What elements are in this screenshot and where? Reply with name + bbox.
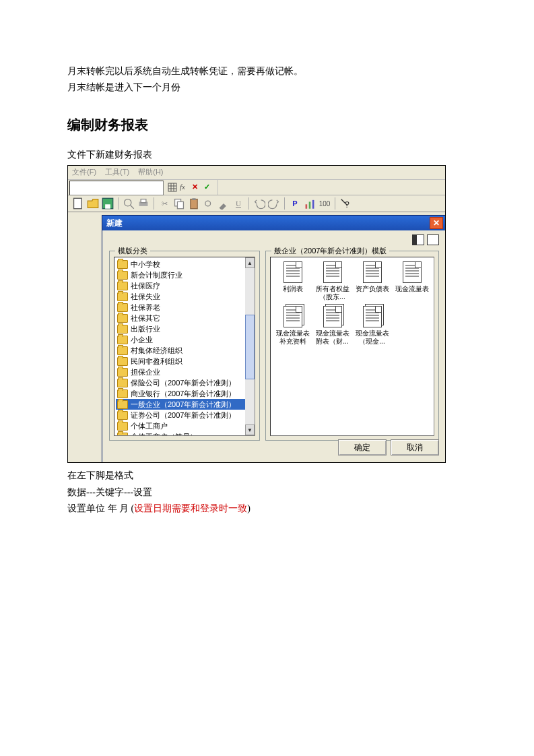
category-item-label: 个体工商户 xyxy=(131,421,168,431)
template-item[interactable]: 利润表 xyxy=(274,261,312,303)
folder-icon xyxy=(117,303,128,312)
svg-rect-0 xyxy=(168,183,176,191)
check-icon[interactable]: ✓ xyxy=(204,183,213,192)
category-item-label: 担保企业 xyxy=(131,367,160,377)
cancel-button[interactable]: 取消 xyxy=(391,439,439,455)
context-help-icon[interactable]: ? xyxy=(339,197,352,210)
grid-icon[interactable] xyxy=(168,183,177,192)
folder-icon xyxy=(117,346,128,355)
template-item[interactable]: 资产负债表 xyxy=(354,261,391,303)
category-tree[interactable]: 中小学校新会计制度行业社保医疗社保失业社保养老社保其它出版行业小企业村集体经济组… xyxy=(114,257,255,436)
category-item-label: 保险公司（2007年新会计准则） xyxy=(131,378,236,388)
category-item[interactable]: 社保其它 xyxy=(116,313,255,323)
tool-icon[interactable] xyxy=(218,197,230,210)
svg-rect-9 xyxy=(191,199,197,209)
category-item[interactable]: 社保养老 xyxy=(116,302,255,313)
folder-icon xyxy=(117,400,128,409)
template-item-label: 利润表 xyxy=(274,285,312,293)
note-line-1: 在左下脚是格式 xyxy=(67,468,467,483)
folder-icon xyxy=(117,260,128,269)
category-item-label: 民间非盈利组织 xyxy=(131,356,182,367)
document-icon xyxy=(323,261,342,283)
category-item[interactable]: 商业银行（2007年新会计准则） xyxy=(116,388,255,399)
category-scrollbar[interactable]: ▲ ▼ xyxy=(245,257,255,435)
category-item[interactable]: 民间非盈利组织 xyxy=(116,356,255,367)
ok-button[interactable]: 确定 xyxy=(338,439,387,455)
fx-icon[interactable]: fx xyxy=(180,183,189,192)
undo-icon[interactable] xyxy=(253,197,265,210)
folder-icon xyxy=(117,357,128,366)
template-item[interactable]: 现金流量表（现金... xyxy=(354,306,391,348)
preview-icon[interactable] xyxy=(123,197,135,210)
intro-line-1: 月末转帐完以后系统自动生成转帐凭证，需要再做记帐。 xyxy=(67,64,467,79)
category-item[interactable]: 社保失业 xyxy=(116,291,255,302)
folder-icon xyxy=(117,292,128,301)
category-item-label: 小企业 xyxy=(131,335,153,345)
menu-file[interactable]: 文件(F) xyxy=(72,168,96,176)
open-icon[interactable] xyxy=(87,197,99,210)
toolbar-input[interactable] xyxy=(69,181,164,195)
template-item[interactable]: 所有者权益（股东... xyxy=(314,261,352,303)
app-menubar: 文件(F) 工具(T) 帮助(H) xyxy=(68,166,445,180)
document-icon xyxy=(283,261,302,283)
category-item-label: 中小学校 xyxy=(131,259,160,270)
svg-point-4 xyxy=(125,199,131,206)
category-item[interactable]: 担保企业 xyxy=(116,367,255,377)
category-item[interactable]: 新会计制度行业 xyxy=(116,270,255,280)
toolbar-row-2: ✂ U P 100 ? xyxy=(68,195,445,212)
paste-icon[interactable] xyxy=(188,197,200,210)
cancel-icon[interactable]: ✕ xyxy=(192,183,201,192)
category-item[interactable]: 小企业 xyxy=(116,334,255,345)
category-item[interactable]: 村集体经济组织 xyxy=(116,345,255,356)
template-item[interactable]: 现金流量表附表（财... xyxy=(314,306,352,348)
category-item-label: 出版行业 xyxy=(131,324,160,334)
close-icon[interactable]: ✕ xyxy=(430,217,443,229)
template-item[interactable]: 现金流量表 xyxy=(393,261,431,303)
scroll-thumb[interactable] xyxy=(245,315,255,379)
menu-help[interactable]: 帮助(H) xyxy=(138,168,163,176)
category-item[interactable]: 证券公司（2007年新会计准则） xyxy=(116,410,255,420)
folder-icon xyxy=(117,336,128,344)
template-panel: 般企业（2007年新会计准则）模版 利润表所有者权益（股东...资产负债表现金流… xyxy=(265,251,439,441)
category-item[interactable]: 保险公司（2007年新会计准则） xyxy=(116,377,255,388)
folder-icon xyxy=(117,422,128,431)
cut-icon[interactable]: ✂ xyxy=(158,197,170,210)
template-item-label: 资产负债表 xyxy=(354,285,391,293)
scroll-down-icon[interactable]: ▼ xyxy=(245,424,255,435)
template-item-label: 现金流量表补充资料 xyxy=(274,329,312,345)
svg-rect-10 xyxy=(192,198,195,200)
category-item[interactable]: 出版行业 xyxy=(116,323,255,334)
link-icon[interactable] xyxy=(203,197,215,210)
dialog-titlebar: 新建 ✕ xyxy=(102,216,446,230)
new-icon[interactable] xyxy=(72,197,84,210)
view-icons-icon[interactable] xyxy=(427,234,439,245)
intro-line-2: 月末结帐是进入下一个月份 xyxy=(67,80,467,95)
print-icon[interactable] xyxy=(137,197,149,210)
view-list-icon[interactable] xyxy=(412,234,424,245)
category-item[interactable]: 中小学校 xyxy=(116,259,255,270)
category-item-label: 商业银行（2007年新会计准则） xyxy=(131,389,236,399)
category-item-label: 社保医疗 xyxy=(131,281,160,291)
svg-rect-8 xyxy=(177,202,183,209)
chart-icon[interactable] xyxy=(304,197,316,210)
menu-tool[interactable]: 工具(T) xyxy=(105,168,129,176)
category-panel: 模版分类 中小学校新会计制度行业社保医疗社保失业社保养老社保其它出版行业小企业村… xyxy=(109,251,260,441)
category-item[interactable]: 社保医疗 xyxy=(116,280,255,291)
category-item[interactable]: 一般企业（2007年新会计准则） xyxy=(116,399,255,410)
new-dialog: 新建 ✕ 模版分类 中小学校新会计制度行业社保医疗社保失业社保养老社保其它出版行… xyxy=(102,215,446,463)
copy-icon[interactable] xyxy=(173,197,185,210)
redo-icon[interactable] xyxy=(268,197,280,210)
folder-icon xyxy=(117,271,128,280)
svg-rect-3 xyxy=(105,204,110,208)
category-item[interactable]: 个体工商户（简易） xyxy=(116,431,255,436)
document-icon xyxy=(283,306,302,327)
template-item-label: 现金流量表附表（财... xyxy=(314,329,352,345)
zoom-icon[interactable]: 100 xyxy=(319,197,331,210)
category-item[interactable]: 个体工商户 xyxy=(116,420,255,431)
template-item[interactable]: 现金流量表补充资料 xyxy=(274,306,312,348)
save-icon[interactable] xyxy=(102,197,114,210)
document-icon xyxy=(363,306,382,327)
underline-icon[interactable]: U xyxy=(232,197,244,210)
p-icon[interactable]: P xyxy=(289,197,301,210)
svg-rect-13 xyxy=(312,200,314,209)
